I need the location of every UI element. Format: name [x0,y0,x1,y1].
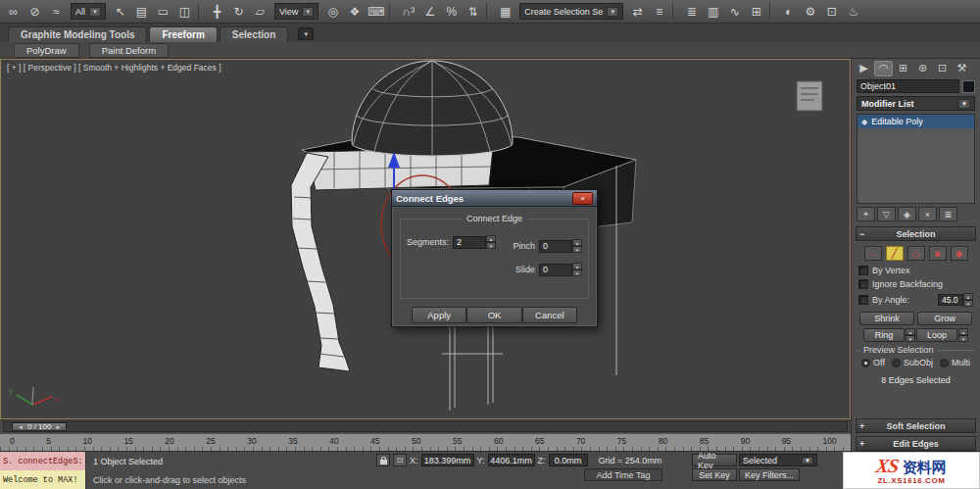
slide-value[interactable]: 0 [539,264,572,276]
tab-selection[interactable]: Selection [220,26,288,42]
mirror-icon[interactable]: ⇄ [627,2,648,22]
edge-mode-icon[interactable]: ╱ [886,246,904,261]
spinner-down-icon[interactable]: ▾ [906,335,915,342]
auto-key-button[interactable]: Auto Key [692,454,737,466]
soft-selection-rollout-header[interactable]: + Soft Selection [856,418,976,433]
pin-stack-button[interactable]: ⌖ [857,207,875,221]
polygon-mode-icon[interactable]: ■ [929,246,947,261]
select-and-link-icon[interactable]: ∞ [3,2,24,22]
spinner-down-icon[interactable]: ▾ [486,242,496,249]
remove-modifier-button[interactable]: × [918,207,937,221]
maxscript-mini-listener[interactable]: S. connectEdgeS: Welcome to MAX! [0,452,86,489]
modifier-stack[interactable]: ◆ Editable Poly [857,114,975,204]
key-filters-button[interactable]: Key Filters... [739,468,800,481]
keyboard-override-icon[interactable]: ⌨ [366,2,386,22]
utilities-tab[interactable]: ⚒ [953,61,971,76]
spinner-up-icon[interactable]: ▴ [963,293,973,300]
key-selection-dropdown[interactable]: Selected ▼ [739,454,817,466]
spinner-down-icon[interactable]: ▾ [572,246,582,253]
segments-value[interactable]: 2 [453,236,486,249]
spinner-down-icon[interactable]: ▾ [963,300,973,307]
material-editor-icon[interactable]: ◐ [778,2,799,22]
render-production-icon[interactable]: ♨ [843,2,863,22]
by-angle-checkbox[interactable] [858,295,868,305]
spinner-down-icon[interactable]: ▾ [572,269,582,276]
shrink-button[interactable]: Shrink [859,312,914,325]
select-and-rotate-icon[interactable]: ↻ [228,2,249,22]
select-and-move-icon[interactable]: ╋ [207,2,227,22]
select-and-scale-icon[interactable]: ▱ [250,2,270,22]
ribbon-minimize-icon[interactable]: ▾ [298,27,314,40]
listener-macro-line[interactable]: S. connectEdgeS: [0,452,85,470]
by-vertex-checkbox[interactable] [858,266,868,275]
paint-deform-panel-button[interactable]: Paint Deform [89,43,169,58]
show-end-result-button[interactable]: ▽ [877,207,896,221]
by-angle-row[interactable]: By Angle: 45.0 ▴▾ [852,291,980,309]
modifier-list-dropdown[interactable]: Modifier List ▼ [857,96,975,111]
spinner-snap-icon[interactable]: ⇅ [463,2,483,22]
graphite-ribbon-toggle-icon[interactable]: ▥ [703,2,723,22]
loop-button[interactable]: Loop [916,328,957,342]
polydraw-panel-button[interactable]: PolyDraw [14,43,79,58]
z-coord-field[interactable]: 0.0mm [549,454,588,466]
spinner-up-icon[interactable]: ▴ [572,263,582,269]
motion-tab[interactable]: ⊛ [913,61,932,76]
spinner-up-icon[interactable]: ▴ [958,328,968,335]
vertex-mode-icon[interactable]: ∴ [864,246,882,261]
absolute-mode-toggle[interactable]: ⊡ [393,454,407,466]
x-coord-field[interactable]: 183.399mm [421,454,474,466]
ignore-backfacing-checkbox[interactable] [858,279,868,289]
timeslider-next-icon[interactable]: ► [55,424,61,430]
ok-button[interactable]: OK [466,307,521,323]
timeslider-prev-icon[interactable]: ◄ [18,424,24,430]
spinner-up-icon[interactable]: ▴ [486,235,496,242]
by-vertex-row[interactable]: By Vertex [852,264,980,277]
reference-coordinate-dropdown[interactable]: View▼ [274,3,318,20]
set-key-button[interactable]: Set Key [692,468,737,481]
preview-multi-radio[interactable]: Multi [940,358,970,367]
named-selection-set-dropdown[interactable]: Create Selection Se▼ [519,3,623,20]
apply-button[interactable]: Apply [412,307,466,323]
snap-toggle-3d-icon[interactable]: ∩³ [398,2,418,22]
render-setup-icon[interactable]: ⚙ [800,2,820,22]
select-object-icon[interactable]: ↖ [110,2,130,22]
edit-edges-rollout-header[interactable]: + Edit Edges [856,436,976,451]
spinner-up-icon[interactable]: ▴ [572,239,582,246]
spinner-up-icon[interactable]: ▴ [906,328,915,335]
dialog-titlebar[interactable]: Connect Edges × [392,190,597,207]
unlink-selection-icon[interactable]: ⊘ [24,2,45,22]
align-icon[interactable]: ≡ [649,2,669,22]
schematic-view-icon[interactable]: ⊞ [746,2,766,22]
tab-graphite-modeling-tools[interactable]: Graphite Modeling Tools [8,26,147,42]
time-slider-track[interactable]: ◄ 0 / 100 ► [3,421,848,432]
curve-editor-icon[interactable]: ∿ [724,2,745,22]
perspective-viewport[interactable]: x y [ + ] [ Perspective ] [ Smooth + Hig… [0,59,851,419]
y-coord-field[interactable]: 4406.1mm [488,454,535,466]
pinch-value[interactable]: 0 [539,240,572,253]
viewport-label[interactable]: [ + ] [ Perspective ] [ Smooth + Highlig… [7,63,221,73]
tab-freeform[interactable]: Freeform [149,26,217,42]
percent-snap-icon[interactable]: % [441,2,462,22]
object-color-swatch[interactable] [962,80,975,93]
selection-lock-toggle[interactable] [376,454,390,466]
selection-region-icon[interactable]: ▭ [153,2,173,22]
preview-subobj-radio[interactable]: SubObj [892,358,933,367]
stack-item-editable-poly[interactable]: ◆ Editable Poly [858,115,974,128]
select-and-manipulate-icon[interactable]: ❖ [344,2,365,22]
by-angle-value[interactable]: 45.0 [938,294,963,306]
selection-rollout-header[interactable]: − Selection [856,226,976,241]
edit-named-selection-sets-icon[interactable]: ▦ [495,2,515,22]
create-tab[interactable]: ▶ [855,61,873,76]
cancel-button[interactable]: Cancel [522,307,577,323]
listener-output-line[interactable]: Welcome to MAX! [0,470,85,489]
preview-off-radio[interactable]: Off [861,358,885,367]
use-pivot-center-icon[interactable]: ◎ [322,2,343,22]
border-mode-icon[interactable]: ◇ [907,246,925,261]
configure-modifier-sets-button[interactable]: ≣ [939,207,957,221]
element-mode-icon[interactable]: ◆ [951,246,968,261]
display-tab[interactable]: ⊡ [933,61,952,76]
dialog-close-button[interactable]: × [572,192,593,205]
make-unique-button[interactable]: ◈ [898,207,916,221]
modify-tab[interactable]: ◠ [874,61,893,76]
add-time-tag-button[interactable]: Add Time Tag [584,468,662,481]
